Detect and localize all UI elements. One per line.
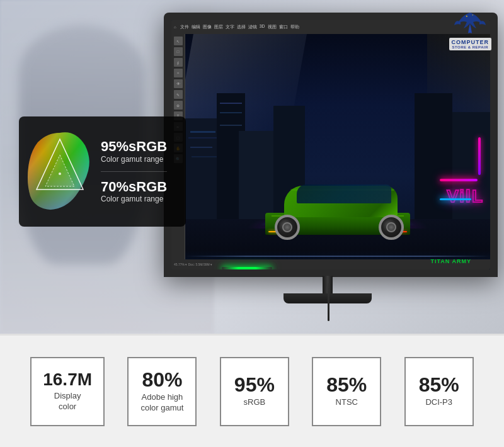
logo-subtitle: STORE & REPAIR — [452, 45, 490, 49]
ps-canvas-area: VilL — [185, 34, 490, 269]
vill-sign: VilL — [447, 186, 484, 207]
neon-bar-3 — [440, 198, 471, 200]
logo-bird-icon: ★ ✦ — [454, 9, 486, 38]
stat-box-display-color: 16.7MDisplay color — [30, 357, 105, 426]
gamut-label-2: Color gamut range — [101, 195, 167, 203]
logo-wrap: ★ ✦ COMPUTER STORE & REPAIR — [449, 9, 492, 50]
bottom-section: 16.7MDisplay color80%Adobe high color ga… — [0, 334, 504, 447]
logo-brand: COMPUTER — [452, 39, 490, 45]
ps-tool-eye: 👁 — [174, 79, 183, 88]
gamut-triangle-wrap — [25, 127, 94, 217]
monitor-body: ⌂ 文件编辑图像图层文字选择滤镜3D视图窗口帮助 ↖ □ ∮ ⌗ 👁 ✎ ⊕ T — [164, 13, 498, 277]
car-wheel-right — [379, 215, 404, 240]
ps-toolbar-top: ⌂ 文件编辑图像图层文字选择滤镜3D视图窗口帮助 — [171, 20, 490, 34]
gamut-row-1: 95%sRGB Color gamut range — [101, 139, 167, 164]
gamut-row-2: 70%sRGB Color gamut range — [101, 179, 167, 204]
top-section: ⌂ 文件编辑图像图层文字选择滤镜3D视图窗口帮助 ↖ □ ∮ ⌗ 👁 ✎ ⊕ T — [0, 0, 504, 334]
stat-label-display-color: Display color — [54, 391, 81, 412]
stat-label-dci-p3: DCI-P3 — [425, 397, 452, 408]
status-bar-text: 45.77% ▾ Doc: 5.5M/39M ▾ — [174, 263, 212, 266]
ps-tool-lasso: ∮ — [174, 58, 183, 67]
stat-number-dci-p3: 85% — [419, 375, 459, 395]
stat-label-adobe-gamut: Adobe high color gamut — [140, 392, 183, 414]
stat-box-ntsc: 85%NTSC — [312, 357, 381, 426]
svg-point-2 — [59, 173, 61, 175]
ps-tool-crop: ⌗ — [174, 69, 183, 77]
ps-tool-clone: ⊕ — [174, 101, 183, 110]
gamut-svg — [25, 127, 94, 215]
gamut-divider — [101, 171, 167, 172]
titan-army-label: TITAN ARMY — [431, 258, 472, 264]
stat-number-ntsc: 85% — [326, 375, 367, 395]
car-windshield — [297, 184, 391, 203]
car-scene: VilL — [185, 34, 490, 269]
ps-tool-select: □ — [174, 47, 183, 56]
car — [259, 166, 416, 235]
gamut-percent-2: 70%sRGB — [101, 179, 167, 195]
led-strip — [222, 267, 272, 269]
neon-bar-2 — [478, 137, 481, 175]
stat-number-display-color: 16.7M — [43, 371, 92, 388]
stat-box-srgb: 95%sRGB — [220, 357, 289, 426]
ps-tool-move: ↖ — [174, 37, 183, 45]
stat-label-ntsc: NTSC — [336, 397, 358, 408]
stat-label-srgb: sRGB — [244, 397, 266, 408]
stat-number-adobe-gamut: 80% — [142, 370, 182, 390]
gamut-label-1: Color gamut range — [101, 155, 167, 164]
ps-menu-items: 文件编辑图像图层文字选择滤镜3D视图窗口帮助 — [180, 24, 299, 30]
ps-tool-brush: ✎ — [174, 90, 183, 99]
monitor: ⌂ 文件编辑图像图层文字选择滤镜3D视图窗口帮助 ↖ □ ∮ ⌗ 👁 ✎ ⊕ T — [151, 13, 504, 308]
stat-box-dci-p3: 85%DCI-P3 — [404, 357, 474, 426]
stat-box-adobe-gamut: 80%Adobe high color gamut — [127, 357, 197, 426]
car-wheel-left — [275, 215, 300, 240]
gamut-text-block: 95%sRGB Color gamut range 70%sRGB Color … — [101, 139, 167, 203]
stat-number-srgb: 95% — [234, 375, 275, 395]
monitor-screen: ⌂ 文件编辑图像图层文字选择滤镜3D视图窗口帮助 ↖ □ ∮ ⌗ 👁 ✎ ⊕ T — [171, 20, 490, 269]
logo-text: COMPUTER STORE & REPAIR — [449, 38, 492, 50]
gamut-panel: 95%sRGB Color gamut range 70%sRGB Color … — [19, 116, 186, 227]
svg-text:✦: ✦ — [472, 14, 474, 16]
svg-text:★: ★ — [466, 14, 468, 18]
neon-bar-1 — [440, 179, 478, 181]
monitor-cable — [328, 283, 329, 321]
gamut-percent-1: 95%sRGB — [101, 139, 167, 154]
car-body — [265, 188, 410, 235]
